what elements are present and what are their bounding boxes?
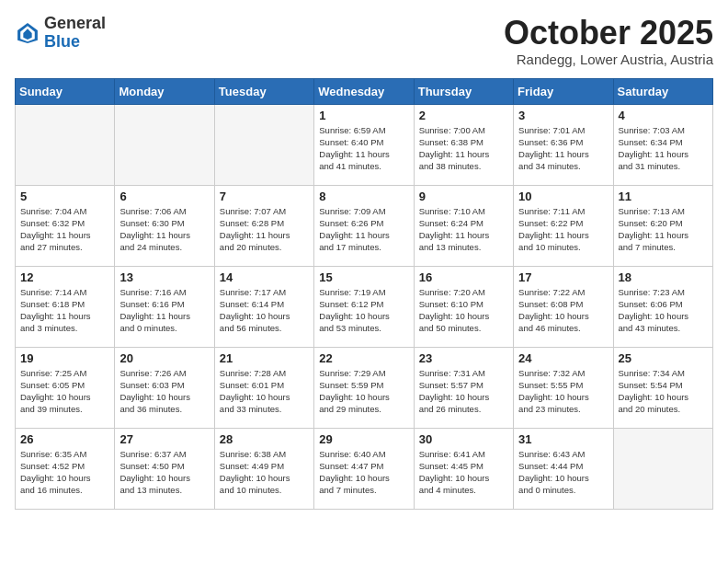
- calendar-cell: [214, 104, 313, 185]
- day-of-week-header: Tuesday: [214, 78, 313, 104]
- calendar-cell: 27Sunrise: 6:37 AM Sunset: 4:50 PM Dayli…: [115, 428, 214, 509]
- calendar-cell: 20Sunrise: 7:26 AM Sunset: 6:03 PM Dayli…: [115, 347, 214, 428]
- calendar-cell: 9Sunrise: 7:10 AM Sunset: 6:24 PM Daylig…: [414, 185, 513, 266]
- logo: General Blue: [15, 15, 106, 52]
- calendar-cell: [613, 428, 712, 509]
- calendar-cell: [16, 104, 115, 185]
- day-info: Sunrise: 7:22 AM Sunset: 6:08 PM Dayligh…: [518, 286, 608, 335]
- day-info: Sunrise: 6:40 AM Sunset: 4:47 PM Dayligh…: [319, 448, 408, 497]
- calendar-cell: 25Sunrise: 7:34 AM Sunset: 5:54 PM Dayli…: [613, 347, 712, 428]
- day-number: 26: [20, 432, 109, 446]
- day-number: 3: [518, 109, 608, 122]
- day-number: 20: [119, 351, 209, 365]
- day-number: 11: [619, 190, 708, 203]
- day-number: 4: [619, 109, 708, 122]
- day-number: 21: [220, 351, 309, 365]
- day-info: Sunrise: 7:09 AM Sunset: 6:26 PM Dayligh…: [319, 205, 408, 254]
- calendar-week-row: 5Sunrise: 7:04 AM Sunset: 6:32 PM Daylig…: [16, 185, 713, 266]
- day-info: Sunrise: 7:17 AM Sunset: 6:14 PM Dayligh…: [220, 286, 309, 335]
- day-info: Sunrise: 7:23 AM Sunset: 6:06 PM Dayligh…: [619, 286, 708, 335]
- calendar-cell: 8Sunrise: 7:09 AM Sunset: 6:26 PM Daylig…: [314, 185, 414, 266]
- day-number: 5: [20, 190, 109, 203]
- calendar-cell: 22Sunrise: 7:29 AM Sunset: 5:59 PM Dayli…: [314, 347, 414, 428]
- day-info: Sunrise: 7:10 AM Sunset: 6:24 PM Dayligh…: [419, 205, 508, 254]
- day-info: Sunrise: 7:14 AM Sunset: 6:18 PM Dayligh…: [20, 286, 109, 335]
- day-number: 7: [220, 190, 309, 203]
- day-of-week-header: Saturday: [613, 78, 712, 104]
- day-info: Sunrise: 7:20 AM Sunset: 6:10 PM Dayligh…: [419, 286, 508, 335]
- day-info: Sunrise: 7:26 AM Sunset: 6:03 PM Dayligh…: [119, 367, 209, 416]
- day-number: 29: [319, 432, 408, 446]
- calendar-cell: 24Sunrise: 7:32 AM Sunset: 5:55 PM Dayli…: [514, 347, 613, 428]
- day-info: Sunrise: 7:16 AM Sunset: 6:16 PM Dayligh…: [119, 286, 209, 335]
- day-number: 31: [518, 432, 608, 446]
- day-number: 17: [518, 270, 608, 284]
- day-info: Sunrise: 7:06 AM Sunset: 6:30 PM Dayligh…: [119, 205, 209, 254]
- location-subtitle: Randegg, Lower Austria, Austria: [504, 52, 713, 67]
- day-number: 6: [119, 190, 209, 203]
- day-info: Sunrise: 7:07 AM Sunset: 6:28 PM Dayligh…: [220, 205, 309, 254]
- day-number: 27: [119, 432, 209, 446]
- day-number: 15: [319, 270, 408, 284]
- calendar-cell: 13Sunrise: 7:16 AM Sunset: 6:16 PM Dayli…: [115, 266, 214, 347]
- day-info: Sunrise: 7:19 AM Sunset: 6:12 PM Dayligh…: [319, 286, 408, 335]
- page-header: General Blue October 2025 Randegg, Lower…: [15, 15, 713, 67]
- calendar-cell: 2Sunrise: 7:00 AM Sunset: 6:38 PM Daylig…: [414, 104, 513, 185]
- calendar-cell: 17Sunrise: 7:22 AM Sunset: 6:08 PM Dayli…: [514, 266, 613, 347]
- calendar-cell: 18Sunrise: 7:23 AM Sunset: 6:06 PM Dayli…: [613, 266, 712, 347]
- calendar-cell: 23Sunrise: 7:31 AM Sunset: 5:57 PM Dayli…: [414, 347, 513, 428]
- day-info: Sunrise: 7:31 AM Sunset: 5:57 PM Dayligh…: [419, 367, 508, 416]
- calendar-cell: 10Sunrise: 7:11 AM Sunset: 6:22 PM Dayli…: [514, 185, 613, 266]
- calendar-cell: 7Sunrise: 7:07 AM Sunset: 6:28 PM Daylig…: [214, 185, 313, 266]
- day-number: 12: [20, 270, 109, 284]
- day-number: 16: [419, 270, 508, 284]
- day-info: Sunrise: 7:00 AM Sunset: 6:38 PM Dayligh…: [419, 124, 508, 173]
- day-number: 2: [419, 109, 508, 122]
- day-number: 1: [319, 109, 408, 122]
- title-block: October 2025 Randegg, Lower Austria, Aus…: [504, 15, 713, 67]
- calendar-week-row: 26Sunrise: 6:35 AM Sunset: 4:52 PM Dayli…: [16, 428, 713, 509]
- day-info: Sunrise: 7:11 AM Sunset: 6:22 PM Dayligh…: [518, 205, 608, 254]
- calendar-cell: 31Sunrise: 6:43 AM Sunset: 4:44 PM Dayli…: [514, 428, 613, 509]
- calendar-cell: 14Sunrise: 7:17 AM Sunset: 6:14 PM Dayli…: [214, 266, 313, 347]
- calendar-cell: 3Sunrise: 7:01 AM Sunset: 6:36 PM Daylig…: [514, 104, 613, 185]
- calendar-cell: 21Sunrise: 7:28 AM Sunset: 6:01 PM Dayli…: [214, 347, 313, 428]
- calendar-cell: 6Sunrise: 7:06 AM Sunset: 6:30 PM Daylig…: [115, 185, 214, 266]
- day-number: 13: [119, 270, 209, 284]
- calendar-week-row: 19Sunrise: 7:25 AM Sunset: 6:05 PM Dayli…: [16, 347, 713, 428]
- day-info: Sunrise: 7:32 AM Sunset: 5:55 PM Dayligh…: [518, 367, 608, 416]
- day-info: Sunrise: 7:13 AM Sunset: 6:20 PM Dayligh…: [619, 205, 708, 254]
- calendar-cell: 12Sunrise: 7:14 AM Sunset: 6:18 PM Dayli…: [16, 266, 115, 347]
- calendar-week-row: 12Sunrise: 7:14 AM Sunset: 6:18 PM Dayli…: [16, 266, 713, 347]
- month-title: October 2025: [504, 15, 713, 52]
- calendar-cell: [115, 104, 214, 185]
- day-info: Sunrise: 6:38 AM Sunset: 4:49 PM Dayligh…: [220, 448, 309, 497]
- day-number: 22: [319, 351, 408, 365]
- day-info: Sunrise: 6:37 AM Sunset: 4:50 PM Dayligh…: [119, 448, 209, 497]
- day-number: 8: [319, 190, 408, 203]
- calendar-cell: 19Sunrise: 7:25 AM Sunset: 6:05 PM Dayli…: [16, 347, 115, 428]
- calendar-cell: 30Sunrise: 6:41 AM Sunset: 4:45 PM Dayli…: [414, 428, 513, 509]
- logo-general-text: General: [44, 14, 106, 32]
- day-number: 23: [419, 351, 508, 365]
- calendar-cell: 11Sunrise: 7:13 AM Sunset: 6:20 PM Dayli…: [613, 185, 712, 266]
- day-info: Sunrise: 7:25 AM Sunset: 6:05 PM Dayligh…: [20, 367, 109, 416]
- day-number: 10: [518, 190, 608, 203]
- day-info: Sunrise: 6:43 AM Sunset: 4:44 PM Dayligh…: [518, 448, 608, 497]
- day-info: Sunrise: 7:01 AM Sunset: 6:36 PM Dayligh…: [518, 124, 608, 173]
- calendar-cell: 15Sunrise: 7:19 AM Sunset: 6:12 PM Dayli…: [314, 266, 414, 347]
- day-info: Sunrise: 6:41 AM Sunset: 4:45 PM Dayligh…: [419, 448, 508, 497]
- calendar-cell: 16Sunrise: 7:20 AM Sunset: 6:10 PM Dayli…: [414, 266, 513, 347]
- calendar-header-row: SundayMondayTuesdayWednesdayThursdayFrid…: [16, 78, 713, 104]
- day-number: 14: [220, 270, 309, 284]
- day-info: Sunrise: 7:04 AM Sunset: 6:32 PM Dayligh…: [20, 205, 109, 254]
- calendar-table: SundayMondayTuesdayWednesdayThursdayFrid…: [15, 78, 713, 510]
- calendar-cell: 29Sunrise: 6:40 AM Sunset: 4:47 PM Dayli…: [314, 428, 414, 509]
- calendar-cell: 4Sunrise: 7:03 AM Sunset: 6:34 PM Daylig…: [613, 104, 712, 185]
- day-info: Sunrise: 6:35 AM Sunset: 4:52 PM Dayligh…: [20, 448, 109, 497]
- day-number: 19: [20, 351, 109, 365]
- day-number: 25: [619, 351, 708, 365]
- logo-icon: [15, 20, 40, 46]
- day-info: Sunrise: 7:28 AM Sunset: 6:01 PM Dayligh…: [220, 367, 309, 416]
- day-of-week-header: Thursday: [414, 78, 513, 104]
